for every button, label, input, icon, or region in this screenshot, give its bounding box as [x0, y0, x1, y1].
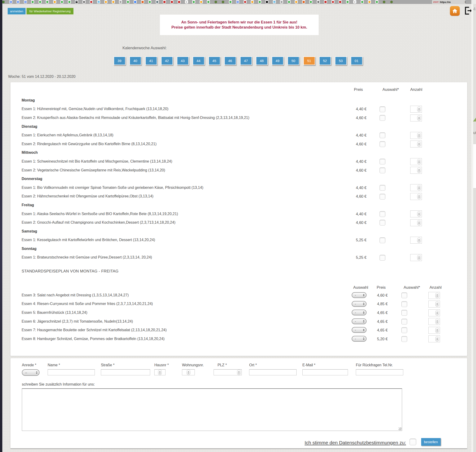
meal-select-checkbox[interactable]: [401, 292, 407, 298]
plant-icon[interactable]: [222, 0, 224, 3]
smiley-icon[interactable]: [295, 0, 298, 3]
one-icon[interactable]: ONE: [75, 0, 78, 3]
smiley-icon[interactable]: [200, 0, 203, 3]
spinner-up-icon[interactable]: [436, 338, 438, 339]
week-button-42[interactable]: 42: [161, 56, 173, 65]
spinner-up-icon[interactable]: [418, 117, 420, 118]
week-button-46[interactable]: 46: [224, 56, 236, 65]
green-app-icon[interactable]: [61, 0, 63, 3]
spinner-down-icon[interactable]: [436, 322, 438, 323]
blue-app-icon[interactable]: [134, 0, 137, 3]
spinner-up-icon[interactable]: [418, 239, 420, 240]
spinner-up-icon[interactable]: [418, 186, 420, 187]
week-button-49[interactable]: 49: [272, 56, 284, 65]
smiley-icon[interactable]: [53, 0, 56, 3]
meal-quantity-stepper[interactable]: [428, 300, 440, 307]
week-button-39[interactable]: 39: [114, 56, 125, 65]
meal-select-checkbox[interactable]: [380, 159, 385, 165]
gray-app-icon[interactable]: [280, 0, 283, 3]
green-app-icon[interactable]: [346, 0, 349, 3]
spinner-down-icon[interactable]: [436, 331, 438, 332]
spinner-control[interactable]: [417, 211, 421, 217]
green-app-icon[interactable]: [375, 0, 378, 3]
email-field[interactable]: [302, 369, 348, 375]
week-button-41[interactable]: 41: [145, 56, 157, 65]
spinner-down-icon[interactable]: [418, 136, 420, 137]
meal-quantity-stepper[interactable]: [410, 114, 422, 121]
spinner-up-icon[interactable]: [159, 371, 161, 372]
spinner-down-icon[interactable]: [436, 296, 438, 297]
spinner-up-icon[interactable]: [418, 143, 420, 144]
green-app-icon[interactable]: [309, 0, 312, 3]
day-select-dropdown[interactable]: -: [352, 336, 367, 342]
meal-select-checkbox[interactable]: [401, 327, 407, 333]
smiley-icon[interactable]: [251, 0, 254, 3]
meal-quantity-stepper[interactable]: [410, 184, 422, 191]
meal-quantity-stepper[interactable]: [410, 219, 422, 226]
g-doc-icon[interactable]: G: [24, 0, 27, 3]
strasse-field[interactable]: [101, 369, 150, 375]
wave-icon[interactable]: w: [273, 0, 276, 3]
dark-tile-icon[interactable]: [265, 0, 268, 3]
name-field[interactable]: [48, 369, 95, 375]
week-button-53[interactable]: 53: [335, 56, 347, 65]
meal-quantity-stepper[interactable]: [428, 318, 440, 325]
g-doc-icon[interactable]: G: [236, 0, 239, 3]
browser-active-tab[interactable]: ZEIT https://m: [432, 0, 465, 4]
green-app-icon[interactable]: [258, 0, 261, 3]
day-select-dropdown[interactable]: -: [352, 310, 367, 315]
orange-box-icon[interactable]: [141, 0, 144, 3]
meal-select-checkbox[interactable]: [380, 211, 385, 217]
spinner-up-icon[interactable]: [188, 371, 189, 372]
spinner-down-icon[interactable]: [418, 162, 420, 163]
ort-field[interactable]: [249, 369, 297, 375]
meal-quantity-stepper[interactable]: [428, 335, 440, 342]
meal-select-checkbox[interactable]: [380, 185, 385, 191]
spinner-down-icon[interactable]: [436, 305, 438, 306]
week-button-47[interactable]: 47: [240, 56, 252, 65]
week-button-44[interactable]: 44: [193, 56, 204, 65]
spinner-control[interactable]: [417, 133, 421, 138]
wohnungsnr-field[interactable]: [182, 369, 195, 375]
meal-select-checkbox[interactable]: [380, 237, 385, 243]
meal-quantity-stepper[interactable]: [410, 167, 422, 174]
week-button-40[interactable]: 40: [129, 56, 141, 65]
orange-box-icon[interactable]: [302, 0, 305, 3]
spinner-down-icon[interactable]: [418, 188, 420, 189]
meal-quantity-stepper[interactable]: [428, 292, 440, 299]
smiley-icon[interactable]: [104, 0, 107, 3]
meal-select-checkbox[interactable]: [380, 115, 385, 121]
spinner-up-icon[interactable]: [418, 213, 420, 214]
week-button-01[interactable]: 01: [351, 56, 363, 65]
red-tile-icon[interactable]: [163, 0, 166, 3]
spinner-down-icon[interactable]: [418, 214, 420, 215]
meal-select-checkbox[interactable]: [380, 106, 385, 112]
meal-quantity-stepper[interactable]: [410, 106, 422, 113]
meal-select-checkbox[interactable]: [380, 194, 385, 199]
meal-select-checkbox[interactable]: [380, 167, 385, 173]
smiley-icon[interactable]: [368, 0, 371, 3]
spinner-down-icon[interactable]: [418, 241, 420, 242]
slate-app-icon[interactable]: [156, 0, 159, 3]
spinner-control[interactable]: [435, 310, 439, 315]
gray-app-icon[interactable]: [119, 0, 122, 3]
meal-quantity-stepper[interactable]: [410, 132, 422, 139]
meal-select-checkbox[interactable]: [401, 319, 407, 325]
meal-quantity-stepper[interactable]: [428, 327, 440, 334]
spinner-control[interactable]: [435, 301, 439, 307]
hausnr-field[interactable]: [154, 369, 165, 375]
telnr-field[interactable]: [356, 369, 403, 375]
spinner-control[interactable]: [158, 370, 162, 375]
spinner-down-icon[interactable]: [418, 145, 420, 145]
new-tab-icon[interactable]: +: [464, 0, 466, 4]
pin-icon[interactable]: t: [185, 0, 188, 3]
spinner-control[interactable]: [417, 159, 421, 164]
spinner-down-icon[interactable]: [159, 373, 161, 374]
spinner-up-icon[interactable]: [436, 294, 438, 295]
day-select-dropdown[interactable]: -: [352, 292, 367, 298]
week-button-43[interactable]: 43: [177, 56, 189, 65]
anrede-select[interactable]: --: [22, 369, 40, 376]
meal-select-checkbox[interactable]: [380, 141, 385, 147]
wave-icon[interactable]: w: [97, 0, 100, 3]
spinner-control[interactable]: [435, 293, 439, 298]
